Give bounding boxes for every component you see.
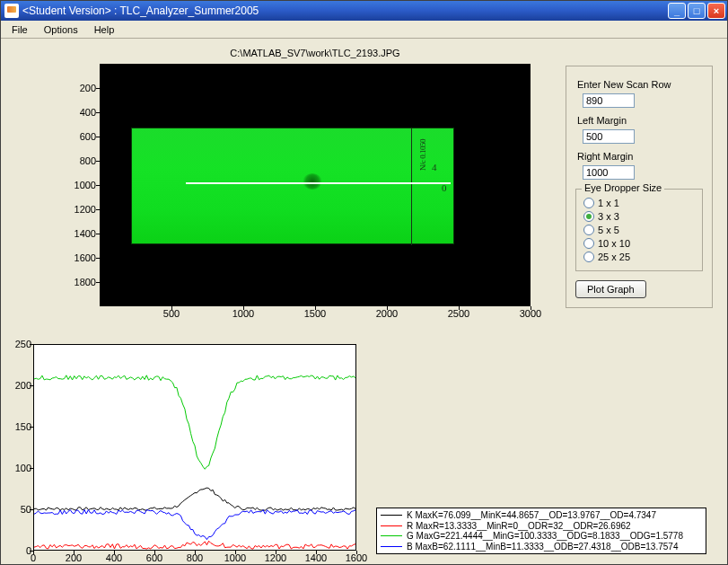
plot-ytick: 250	[6, 339, 31, 349]
series-B	[34, 509, 355, 539]
plot-ytick: 100	[6, 463, 31, 473]
legend-text: K MaxK=76.099__MinK=44.8657__OD=13.9767_…	[407, 510, 656, 521]
tlc-image-axes[interactable]: N/c 0.1050 4 0	[100, 64, 531, 306]
radio-label: 1 x 1	[598, 198, 619, 208]
legend-swatch	[381, 515, 402, 516]
eye-dropper-option[interactable]: 5 x 5	[583, 225, 695, 235]
series-K	[34, 488, 355, 510]
legend-entry: K MaxK=76.099__MinK=44.8657__OD=13.9767_…	[381, 510, 702, 521]
close-button[interactable]: ×	[707, 3, 725, 19]
intensity-plot-axes[interactable]	[33, 344, 356, 551]
eye-dropper-option[interactable]: 10 x 10	[583, 238, 695, 249]
maximize-button[interactable]: □	[688, 3, 706, 19]
legend-text: R MaxR=13.3333__MinR=0__ODR=32__ODR=26.6…	[407, 521, 631, 532]
left-margin-label: Left Margin	[577, 115, 703, 126]
plot-ytick: 50	[6, 504, 31, 515]
plot-graph-button[interactable]: Plot Graph	[575, 280, 646, 298]
radio-icon[interactable]	[583, 252, 594, 262]
scan-row-label: Enter New Scan Row	[577, 79, 703, 90]
tlc-spot	[303, 173, 322, 190]
menu-help[interactable]: Help	[87, 22, 122, 37]
legend-text: B MaxB=62.1111__MinB=11.3333__ODB=27.431…	[407, 542, 678, 552]
eye-dropper-option[interactable]: 3 x 3	[583, 211, 695, 222]
legend-swatch	[381, 525, 402, 526]
radio-label: 5 x 5	[598, 225, 619, 235]
titlebar: <Student Version> : TLC_Analyzer_Summer2…	[1, 1, 727, 21]
image-ytick: 600	[69, 131, 96, 142]
eye-dropper-option[interactable]: 1 x 1	[583, 198, 695, 208]
legend-entry: R MaxR=13.3333__MinR=0__ODR=32__ODR=26.6…	[381, 521, 702, 532]
eye-dropper-legend: Eye Dropper Size	[582, 182, 664, 193]
legend-swatch	[381, 546, 402, 547]
eye-dropper-group: Eye Dropper Size 1 x 13 x 35 x 510 x 102…	[575, 189, 703, 271]
image-ytick: 200	[69, 83, 96, 93]
radio-icon[interactable]	[583, 198, 594, 208]
legend-entry: G MaxG=221.4444__MinG=100.3333__ODG=8.18…	[381, 531, 702, 542]
scan-row-input[interactable]	[583, 93, 635, 108]
minimize-button[interactable]: _	[668, 3, 686, 19]
left-margin-input[interactable]	[583, 129, 635, 144]
menu-options[interactable]: Options	[37, 22, 85, 37]
right-margin-input[interactable]	[583, 165, 635, 180]
eye-dropper-option[interactable]: 25 x 25	[583, 252, 695, 262]
plot-legend: K MaxK=76.099__MinK=44.8657__OD=13.9767_…	[376, 508, 706, 554]
image-ytick: 400	[69, 107, 96, 118]
menubar: File Options Help	[1, 21, 727, 39]
app-icon	[4, 4, 19, 18]
image-ytick: 1200	[69, 204, 96, 215]
radio-icon[interactable]	[583, 211, 594, 222]
radio-icon[interactable]	[583, 225, 594, 235]
image-ytick: 1000	[69, 180, 96, 190]
app-window: <Student Version> : TLC_Analyzer_Summer2…	[0, 0, 728, 565]
radio-icon[interactable]	[583, 238, 594, 249]
radio-label: 25 x 25	[598, 252, 630, 262]
controls-panel: Enter New Scan Row Left Margin Right Mar…	[566, 66, 713, 308]
series-G	[34, 375, 355, 469]
menu-file[interactable]: File	[4, 22, 35, 37]
radio-label: 3 x 3	[598, 211, 619, 222]
content-area: C:\MATLAB_SV7\work\TLC_2193.JPG N/c 0.10…	[1, 39, 727, 564]
plate-annotation: N/c 0.1050 4 0	[419, 139, 446, 194]
legend-text: G MaxG=221.4444__MinG=100.3333__ODG=8.18…	[407, 531, 683, 542]
plot-ytick: 150	[6, 421, 31, 432]
image-title: C:\MATLAB_SV7\work\TLC_2193.JPG	[100, 48, 531, 58]
legend-swatch	[381, 535, 402, 536]
radio-label: 10 x 10	[598, 238, 630, 249]
window-title: <Student Version> : TLC_Analyzer_Summer2…	[22, 4, 259, 17]
scan-line	[186, 182, 451, 184]
plot-lines	[34, 345, 355, 550]
right-margin-label: Right Margin	[577, 151, 703, 162]
plate-divider	[411, 128, 412, 245]
image-ytick: 1400	[69, 228, 96, 239]
legend-entry: B MaxB=62.1111__MinB=11.3333__ODB=27.431…	[381, 542, 702, 552]
image-ytick: 1600	[69, 252, 96, 263]
image-ytick: 800	[69, 155, 96, 166]
image-ytick: 1800	[69, 277, 96, 287]
tlc-plate: N/c 0.1050 4 0	[131, 128, 454, 244]
plot-ytick: 200	[6, 380, 31, 391]
series-R	[34, 541, 355, 549]
